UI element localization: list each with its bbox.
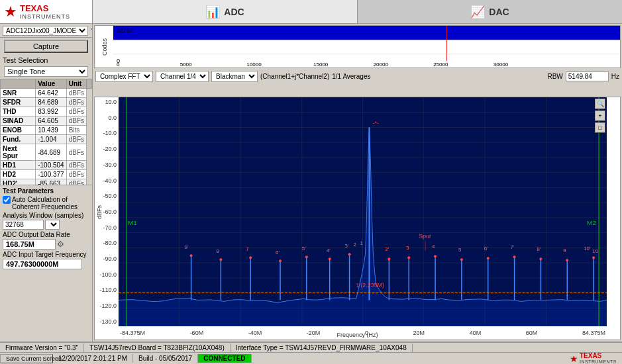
svg-text:2': 2': [385, 246, 389, 252]
firmware-status: Firmware Version = "0.3": [0, 343, 84, 352]
svg-point-85: [249, 256, 252, 259]
svg-point-89: [348, 253, 351, 255]
svg-point-83: [190, 254, 193, 257]
samples-input[interactable]: [3, 220, 44, 230]
metrics-tbody: SNR64.642dBFsSFDR84.689dBFsTHD83.992dBFs…: [1, 89, 92, 185]
codes-chart: Codes 32767 0 0 5000 10000 15000 20000 2…: [94, 25, 621, 68]
status-star-icon: ★: [570, 353, 578, 364]
test-selection-label: Test Selection: [0, 55, 92, 66]
metric-value-cell: -85.663: [36, 179, 66, 185]
metric-name-cell: ENOB: [1, 126, 36, 135]
auto-calc-checkbox[interactable]: [3, 196, 11, 204]
auto-calc-row: Auto Calculation of Coherent Frequencies: [3, 196, 89, 210]
svg-text:15000: 15000: [313, 62, 329, 68]
capture-button[interactable]: Capture: [4, 40, 88, 53]
svg-text:6': 6': [276, 250, 280, 255]
svg-text:0: 0: [117, 62, 120, 68]
fft-y-axis-label: dBFs: [95, 97, 104, 326]
test-selection-dropdown[interactable]: Single Tone: [4, 66, 88, 77]
output-rate-row: 168.75M ⚙: [3, 239, 89, 250]
output-rate-value: 168.75M: [3, 239, 56, 250]
svg-text:1: 1: [360, 240, 364, 246]
metric-value-cell: 10.439: [36, 126, 66, 135]
xtick-20n: -20M: [307, 330, 321, 336]
averages-label: 1/1 Averages: [332, 73, 370, 80]
svg-text:8: 8: [216, 248, 219, 254]
col-header-value: Value: [36, 79, 66, 89]
svg-point-94: [487, 257, 490, 259]
metric-unit-cell: dBFs: [66, 144, 86, 161]
svg-text:10: 10: [592, 248, 598, 254]
xtick-60n: -60M: [190, 330, 204, 336]
svg-point-90: [388, 257, 390, 260]
zoom-select-button[interactable]: 🔍: [595, 99, 605, 109]
table-row: SNR64.642dBFs: [1, 89, 92, 98]
zoom-out-button[interactable]: □: [595, 122, 605, 133]
svg-text:5': 5': [302, 246, 306, 251]
table-row: HD2-100.377dBFs: [1, 170, 92, 179]
gear-icon[interactable]: ⚙: [57, 240, 64, 249]
xtick-84n: -84.375M: [120, 330, 145, 336]
fft-type-dropdown[interactable]: Complex FFT: [95, 71, 153, 82]
left-panel: ADC12DJxx00_JMODE ▼ Capture Test Selecti…: [0, 24, 93, 341]
svg-point-92: [434, 255, 437, 257]
status-bar-top: Firmware Version = "0.3" TSW14J57revD Bo…: [0, 343, 622, 353]
metric-value-cell: -100.377: [36, 170, 66, 179]
test-parameters-section: Test Parameters Auto Calculation of Cohe…: [0, 185, 92, 271]
metric-unit-cell: dBFs: [66, 116, 86, 126]
rbw-input[interactable]: [566, 71, 609, 81]
metric-unit-cell: dBFs: [66, 170, 86, 179]
ti-star-icon: ★: [4, 3, 17, 21]
metric-unit-cell: dBFs: [66, 89, 86, 98]
status-bar-bottom: Save Current Screen 12/20/2017 2:01:21 P…: [0, 353, 622, 364]
x-axis-label: Frequency (Hz): [337, 332, 378, 338]
svg-point-93: [460, 258, 463, 261]
save-button[interactable]: Save Current Screen: [0, 354, 53, 363]
metrics-container: Value Unit SNR64.642dBFsSFDR84.689dBFsTH…: [0, 79, 92, 185]
zoom-in-button[interactable]: +: [595, 111, 605, 121]
channel-dropdown[interactable]: Channel 1/4: [156, 71, 209, 82]
svg-text:8': 8': [537, 246, 541, 252]
svg-text:20000: 20000: [374, 62, 389, 68]
metric-name-cell: SINAD: [1, 116, 36, 126]
metric-name-cell: SNR: [1, 89, 36, 98]
metric-value-cell: -84.689: [36, 144, 66, 161]
svg-text:M2: M2: [587, 219, 596, 226]
svg-text:3': 3': [345, 243, 349, 249]
svg-text:7: 7: [246, 246, 248, 252]
metric-unit-cell: dBFs: [66, 107, 86, 116]
metric-value-cell: 84.689: [36, 98, 66, 107]
table-row: THD83.992dBFs: [1, 107, 92, 116]
metric-unit-cell: dBFs: [66, 179, 86, 185]
device-dropdown[interactable]: ADC12DJxx00_JMODE: [3, 26, 88, 36]
controls-bar: Complex FFT Channel 1/4 Blackman (Channe…: [93, 69, 622, 83]
svg-point-86: [279, 259, 282, 262]
dac-tab[interactable]: 📈 DAC: [358, 0, 622, 23]
input-freq-value: 497.76300000M: [3, 259, 82, 269]
svg-point-98: [592, 256, 595, 259]
rbw-unit: Hz: [611, 73, 619, 80]
auto-calc-label: Auto Calculation of Coherent Frequencies: [12, 196, 78, 210]
fft-plot: M1 M2 -*- 1'(2.235M) Spur 9' 8 7 6' 5' 4…: [119, 97, 607, 326]
connected-status: CONNECTED: [198, 354, 251, 363]
fft-chart: 10.0 0.0 -10.0 -20.0 -30.0 -40.0 -50.0 -…: [94, 97, 621, 340]
metric-value-cell: 83.992: [36, 107, 66, 116]
svg-text:6': 6': [484, 246, 488, 251]
window-dropdown[interactable]: Blackman: [211, 71, 258, 82]
svg-text:4': 4': [327, 248, 331, 253]
samples-dropdown[interactable]: ▼: [45, 220, 60, 230]
col-header-unit: Unit: [66, 79, 86, 89]
svg-text:1'(2.235M): 1'(2.235M): [356, 282, 385, 289]
svg-text:10000: 10000: [246, 62, 262, 68]
metric-value-cell: 64.642: [36, 89, 66, 98]
metrics-table: Value Unit SNR64.642dBFsSFDR84.689dBFsTH…: [0, 79, 92, 185]
svg-text:9': 9': [185, 244, 189, 250]
svg-text:9: 9: [563, 248, 566, 253]
table-row: HD2'-85.663dBFs: [1, 179, 92, 185]
xtick-60: 60M: [526, 330, 538, 336]
adc-tab[interactable]: 📊 ADC: [93, 0, 358, 23]
col-header-name: [1, 79, 36, 89]
metric-unit-cell: Bits: [66, 126, 86, 135]
header: ★ TEXAS INSTRUMENTS 📊 ADC 📈 DAC: [0, 0, 622, 24]
table-row: Next Spur-84.689dBFs: [1, 144, 92, 161]
